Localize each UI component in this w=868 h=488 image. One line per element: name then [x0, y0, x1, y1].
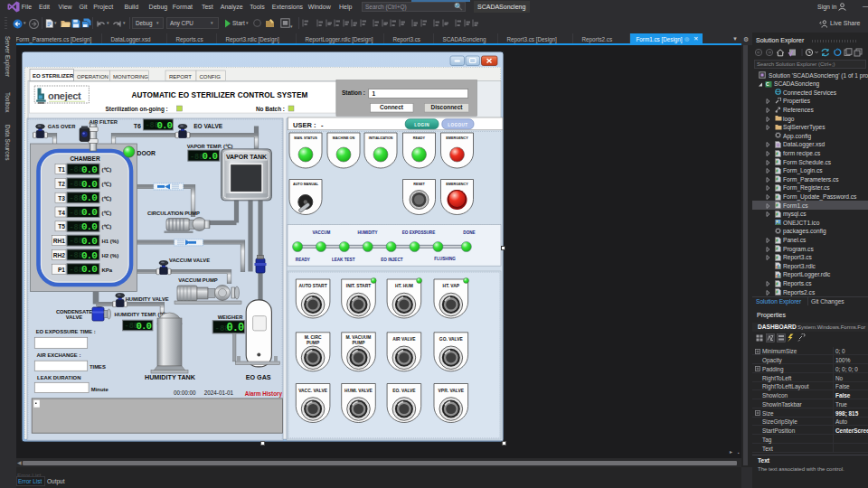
svg-text:KPa: KPa: [102, 267, 113, 273]
svg-text:RH1: RH1: [53, 238, 66, 244]
svg-text:M. VACUUM: M. VACUUM: [346, 335, 372, 340]
svg-text:HUMIDITY TEMP. (℃): HUMIDITY TEMP. (℃): [114, 312, 167, 317]
svg-text:HUMIDITY: HUMIDITY: [357, 230, 377, 235]
svg-text:LOGIN: LOGIN: [414, 123, 429, 127]
svg-text:VAPOR TEMP. (℃): VAPOR TEMP. (℃): [187, 144, 233, 149]
svg-text:RH2: RH2: [53, 252, 66, 258]
svg-text:(℃): (℃): [102, 211, 112, 216]
svg-text:INITIALIZATION: INITIALIZATION: [369, 136, 393, 140]
svg-text:EO INJECT: EO INJECT: [381, 258, 402, 262]
svg-text:EO EXPOSSURE TIME :: EO EXPOSSURE TIME :: [36, 329, 96, 334]
svg-text:oneject: oneject: [48, 90, 81, 101]
svg-text:0.0: 0.0: [81, 236, 97, 247]
svg-text:Connect: Connect: [380, 104, 404, 110]
svg-text:HT. VAP: HT. VAP: [443, 284, 460, 288]
svg-text:T4: T4: [58, 210, 65, 216]
svg-text:T3: T3: [58, 195, 65, 202]
svg-text:VAPOR TANK: VAPOR TANK: [226, 154, 267, 160]
svg-text:1: 1: [373, 90, 376, 97]
svg-text:READY: READY: [413, 136, 426, 140]
svg-text:0.0: 0.0: [81, 179, 97, 190]
svg-text:0.0: 0.0: [81, 164, 97, 175]
svg-text:LEAK TEST: LEAK TEST: [332, 258, 355, 262]
svg-text:INIT. START: INIT. START: [346, 284, 371, 288]
svg-text:EO STERILIZER: EO STERILIZER: [33, 73, 74, 79]
svg-text:H1 (%): H1 (%): [102, 239, 119, 244]
svg-text:EO GAS: EO GAS: [246, 373, 271, 381]
svg-text:No Batch :: No Batch :: [256, 106, 285, 112]
svg-text:H2 (%): H2 (%): [102, 253, 119, 258]
svg-text:T5: T5: [58, 223, 65, 230]
svg-text:AUTOMATIC EO STERILIZER CONTRO: AUTOMATIC EO STERILIZER CONTROL SYSTEM: [132, 91, 308, 99]
svg-text:LOGOUT: LOGOUT: [448, 123, 467, 127]
svg-text:PUMP: PUMP: [307, 341, 320, 345]
svg-text:EMERGENCY: EMERGENCY: [446, 183, 468, 186]
svg-text:GO. VALVE: GO. VALVE: [439, 337, 464, 342]
svg-text:2024-01-01: 2024-01-01: [204, 389, 234, 396]
svg-text:RESET: RESET: [413, 183, 425, 186]
svg-text:VACCUM PUMP: VACCUM PUMP: [178, 277, 218, 283]
svg-text:EO. VALVE: EO. VALVE: [392, 389, 416, 393]
svg-text:HUMI. VALVE: HUMI. VALVE: [344, 389, 373, 393]
svg-text:00:00:00: 00:00:00: [174, 389, 196, 396]
svg-text:DOOR: DOOR: [137, 150, 156, 156]
svg-text:MAN. STATUS: MAN. STATUS: [294, 136, 317, 140]
svg-text:0.0: 0.0: [203, 151, 218, 162]
svg-text:AIR FILTER: AIR FILTER: [90, 119, 118, 125]
svg-text:AIR VALVE: AIR VALVE: [392, 337, 416, 342]
svg-text:MACHINE ON: MACHINE ON: [333, 136, 355, 140]
svg-text:CHAMBER: CHAMBER: [70, 155, 100, 162]
svg-text:0.0: 0.0: [81, 221, 97, 232]
svg-text:0.0: 0.0: [227, 322, 244, 334]
svg-text:VACCUM: VACCUM: [313, 230, 331, 235]
svg-text:0.0: 0.0: [81, 207, 97, 218]
svg-text:OPERATION: OPERATION: [77, 74, 108, 80]
svg-text:Disconnect: Disconnect: [430, 104, 463, 110]
svg-text:DONE: DONE: [463, 230, 475, 235]
svg-text:LEAK DURATION: LEAK DURATION: [37, 375, 80, 380]
svg-text:EMERGENCY: EMERGENCY: [446, 136, 468, 140]
svg-text:GAS OVER: GAS OVER: [48, 124, 76, 129]
svg-text:VPR. VALVE: VPR. VALVE: [439, 389, 465, 393]
svg-text:M. CIRC: M. CIRC: [305, 335, 322, 340]
svg-text:VACC. VALVE: VACC. VALVE: [298, 389, 328, 393]
svg-text:(℃): (℃): [102, 167, 112, 173]
svg-text:0.0: 0.0: [81, 250, 97, 261]
svg-text:Minute: Minute: [91, 387, 109, 392]
svg-text:AUTO MANUAL: AUTO MANUAL: [293, 183, 319, 186]
svg-text:CIRCULATION PUMP: CIRCULATION PUMP: [147, 211, 200, 216]
svg-text:T2: T2: [58, 181, 65, 187]
svg-text:REPORT: REPORT: [169, 74, 192, 80]
svg-text:HUMIDITY VALVE: HUMIDITY VALVE: [126, 296, 169, 302]
svg-text:USER :: USER :: [293, 121, 316, 129]
svg-text:READY: READY: [296, 258, 310, 262]
svg-text:0.0: 0.0: [137, 321, 152, 332]
svg-text:PUMP: PUMP: [352, 341, 365, 345]
svg-text:MONITORING: MONITORING: [113, 74, 148, 80]
svg-text:FLUSHING: FLUSHING: [434, 257, 456, 261]
svg-text:EO VALVE: EO VALVE: [193, 123, 223, 129]
svg-text:AIR EXCHANGE :: AIR EXCHANGE :: [37, 352, 81, 358]
svg-text:T6: T6: [134, 123, 141, 129]
svg-text:(℃): (℃): [102, 196, 112, 202]
svg-text:TIMES: TIMES: [90, 364, 106, 370]
svg-text:P1: P1: [58, 267, 65, 273]
svg-text:Alarm History: Alarm History: [245, 390, 283, 398]
svg-text:EO EXPOSSURE: EO EXPOSSURE: [402, 230, 436, 235]
svg-text:WEIGHER: WEIGHER: [218, 314, 244, 320]
svg-text:HUMIDITY TANK: HUMIDITY TANK: [145, 373, 196, 381]
svg-text:T1: T1: [58, 166, 65, 173]
svg-text:AUTO START: AUTO START: [299, 284, 327, 288]
svg-text:HT. HUM: HT. HUM: [395, 284, 413, 288]
svg-text:0.0: 0.0: [81, 264, 97, 275]
svg-text:VALVE: VALVE: [66, 314, 83, 320]
svg-text:(℃): (℃): [102, 224, 112, 230]
svg-text:0.0: 0.0: [81, 192, 97, 203]
svg-text:Sterilization on-going :: Sterilization on-going :: [106, 106, 168, 113]
svg-text:CONFIG: CONFIG: [200, 74, 222, 80]
svg-text:VACCUM VALVE: VACCUM VALVE: [169, 258, 210, 263]
svg-text:Station :: Station :: [342, 89, 365, 96]
svg-text:C: C: [766, 81, 769, 87]
svg-text:(℃): (℃): [102, 182, 112, 187]
svg-text:0.0: 0.0: [157, 120, 173, 131]
